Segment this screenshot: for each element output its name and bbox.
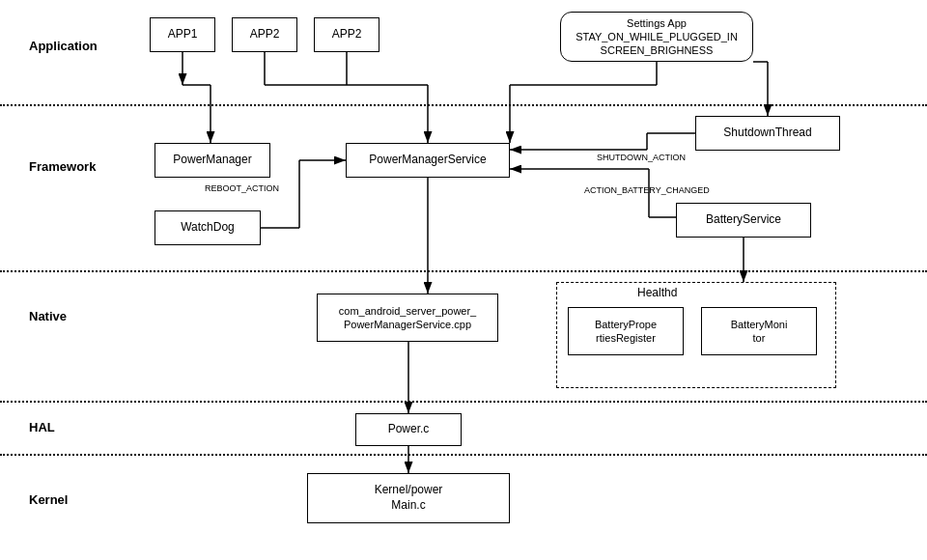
- com-android-box: com_android_server_power_ PowerManagerSe…: [317, 294, 498, 342]
- action-battery-changed-label: ACTION_BATTERY_CHANGED: [584, 185, 710, 195]
- app2b-box: APP2: [314, 17, 379, 52]
- kernel-main-box: Kernel/power Main.c: [307, 473, 510, 523]
- app1-box: APP1: [150, 17, 215, 52]
- reboot-action-label: REBOOT_ACTION: [205, 183, 279, 193]
- watchdog-box: WatchDog: [154, 210, 261, 245]
- healthd-label: Healthd: [637, 286, 677, 299]
- hal-label: HAL: [29, 420, 55, 434]
- kernel-label: Kernel: [29, 492, 68, 507]
- app2a-box: APP2: [232, 17, 297, 52]
- sep-application-framework: [0, 104, 927, 106]
- sep-hal-kernel: [0, 454, 927, 456]
- battery-monitor-box: BatteryMoni tor: [701, 307, 817, 355]
- battery-props-box: BatteryPrope rtiesRegister: [568, 307, 684, 355]
- framework-label: Framework: [29, 159, 96, 174]
- native-label: Native: [29, 309, 67, 323]
- power-manager-service-box: PowerManagerService: [346, 143, 510, 178]
- battery-service-box: BatteryService: [676, 203, 811, 238]
- power-c-box: Power.c: [355, 413, 462, 446]
- shutdown-thread-box: ShutdownThread: [695, 116, 840, 151]
- power-manager-box: PowerManager: [154, 143, 270, 178]
- application-label: Application: [29, 39, 98, 53]
- shutdown-action-label: SHUTDOWN_ACTION: [597, 153, 686, 162]
- architecture-diagram: Application Framework Native HAL Kernel …: [0, 0, 927, 560]
- sep-framework-native: [0, 270, 927, 272]
- settings-app-box: Settings App STAY_ON_WHILE_PLUGGED_IN SC…: [560, 12, 753, 62]
- sep-native-hal: [0, 401, 927, 403]
